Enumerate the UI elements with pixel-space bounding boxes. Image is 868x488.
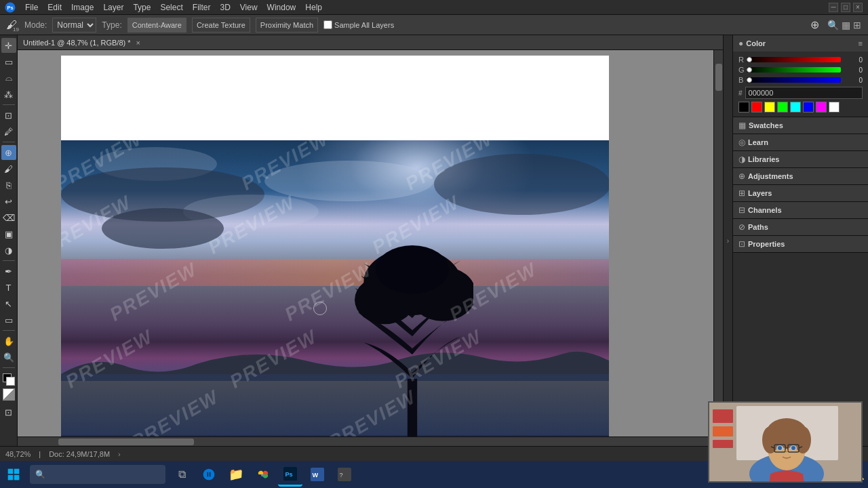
taskbar-chrome[interactable] [251,462,275,487]
clone-tool[interactable]: ⎘ [1,178,16,192]
svg-point-11 [376,245,449,294]
toolbox: ✛ ▭ ⌓ ⁂ ⊡ 🖉 ⊕ 🖌 ⎘ ↩ ⌫ ▣ ◑ ✒ T ↖ ▭ ✋ 🔍 ⊡ [0,35,18,446]
canvas-scrollbar-vertical[interactable] [713,50,723,436]
learn-panel-title: Learn [748,138,768,146]
dodge-tool[interactable]: ◑ [1,243,16,258]
layers-panel-header[interactable]: ⊞ Layers [733,185,868,201]
paths-panel-header[interactable]: ⊘ Paths [733,219,868,235]
status-arrow-btn[interactable]: › [118,450,121,458]
taskbar-unknown[interactable]: ? [332,462,357,487]
brush-settings-btn[interactable]: ⊕ [807,18,822,33]
start-button[interactable] [0,461,27,488]
workspace-icon[interactable]: ⊞ [853,20,861,30]
doc-tab-title: Untitled-1 @ 48,7% (1, RGB/8) * [23,39,131,47]
eraser-tool[interactable]: ⌫ [1,210,16,225]
brush-tool-icon: 🖌 19 [4,18,19,33]
spot-healing-tool[interactable]: ⊕ [1,145,16,160]
properties-panel-icon: ⊡ [738,239,745,249]
taskbar-task-view[interactable]: ⧉ [170,462,194,487]
libraries-panel-header[interactable]: ◑ Libraries [733,151,868,167]
color-row-b: B 0 [738,76,863,84]
webcam-svg [709,403,863,483]
color-swatch-red[interactable] [751,102,762,113]
learn-panel-header[interactable]: ◎ Learn [733,134,868,150]
libraries-panel: ◑ Libraries [733,151,868,168]
menu-window[interactable]: Window [262,1,301,14]
background-color[interactable] [6,377,15,386]
color-swatch-black[interactable] [738,102,749,113]
menu-type[interactable]: Type [128,1,155,14]
sample-all-layers-checkbox[interactable] [323,20,332,29]
quick-mask-btn[interactable] [3,388,15,401]
color-swatch-magenta[interactable] [816,102,827,113]
menu-view[interactable]: View [235,1,262,14]
swatches-panel-header[interactable]: ▦ Swatches [733,117,868,134]
path-select-tool[interactable]: ↖ [1,296,16,311]
close-btn[interactable]: × [853,3,863,12]
shape-tool[interactable]: ▭ [1,312,16,327]
svg-text:Ps: Ps [285,471,293,478]
menu-filter[interactable]: Filter [188,1,216,14]
color-panel-header[interactable]: ● Color ≡ [733,35,868,52]
brush-tool[interactable]: 🖌 [1,161,16,176]
scrollbar-thumb-vertical[interactable] [715,64,722,91]
eyedropper-tool[interactable]: 🖉 [1,124,16,139]
adjustments-panel-header[interactable]: ⊕ Adjustments [733,168,868,184]
maximize-btn[interactable]: □ [841,3,850,12]
lasso-tool[interactable]: ⌓ [1,70,16,85]
fg-bg-colors[interactable] [3,373,15,386]
svg-text:Ps: Ps [7,5,13,11]
arrange-icon[interactable]: ▦ [842,20,850,30]
sample-all-layers-label[interactable]: Sample All Layers [323,20,394,29]
move-tool[interactable]: ✛ [1,38,16,53]
crop-tool[interactable]: ⊡ [1,108,16,123]
color-hex-input[interactable] [745,87,863,99]
canvas-scrollbar-horizontal[interactable] [18,436,713,446]
color-swatch-blue[interactable] [803,102,814,113]
color-slider-g[interactable] [747,67,841,73]
doc-tab-close-btn[interactable]: × [136,39,140,47]
search-icon[interactable]: 🔍 [827,20,839,30]
tool-separator-3 [3,260,15,261]
webcam-overlay [708,401,863,483]
minimize-btn[interactable]: ─ [829,3,838,12]
content-aware-btn[interactable]: Content-Aware [127,18,186,33]
taskbar-photoshop[interactable]: Ps [278,462,302,487]
gradient-tool[interactable]: ▣ [1,226,16,241]
color-panel-menu-icon[interactable]: ≡ [859,39,863,47]
menu-file[interactable]: File [20,1,43,14]
menu-help[interactable]: Help [300,1,327,14]
pen-tool[interactable]: ✒ [1,264,16,279]
taskbar-search[interactable]: 🔍 [30,465,165,484]
menu-select[interactable]: Select [155,1,187,14]
scrollbar-thumb-horizontal[interactable] [58,439,194,445]
menu-3d[interactable]: 3D [215,1,235,14]
taskbar-word[interactable]: W [305,462,330,487]
history-brush-tool[interactable]: ↩ [1,194,16,209]
layers-panel-icon: ⊞ [738,188,745,198]
menu-layer[interactable]: Layer [98,1,128,14]
taskbar-edge[interactable] [197,462,221,487]
mode-select[interactable]: Normal [52,18,96,33]
menu-edit[interactable]: Edit [43,1,66,14]
marquee-tool[interactable]: ▭ [1,54,16,69]
zoom-tool[interactable]: 🔍 [1,350,16,365]
menu-image[interactable]: Image [66,1,98,14]
color-slider-r[interactable] [747,57,841,62]
side-collapse-btn[interactable]: › [723,35,732,446]
change-screen-mode[interactable]: ⊡ [1,405,16,420]
properties-panel-header[interactable]: ⊡ Properties [733,236,868,252]
color-swatch-cyan[interactable] [790,102,801,113]
color-swatch-green[interactable] [777,102,788,113]
create-texture-btn[interactable]: Create Texture [192,18,250,33]
quick-select-tool[interactable]: ⁂ [1,87,16,102]
color-swatch-white[interactable] [829,102,840,113]
taskbar-explorer[interactable]: 📁 [224,462,248,487]
color-slider-b[interactable] [747,77,841,83]
color-swatch-yellow[interactable] [764,102,775,113]
type-tool[interactable]: T [1,280,16,295]
hand-tool[interactable]: ✋ [1,333,16,348]
document-tab: Untitled-1 @ 48,7% (1, RGB/8) * × [18,35,723,50]
proximity-match-btn[interactable]: Proximity Match [256,18,318,33]
channels-panel-header[interactable]: ⊟ Channels [733,202,868,218]
